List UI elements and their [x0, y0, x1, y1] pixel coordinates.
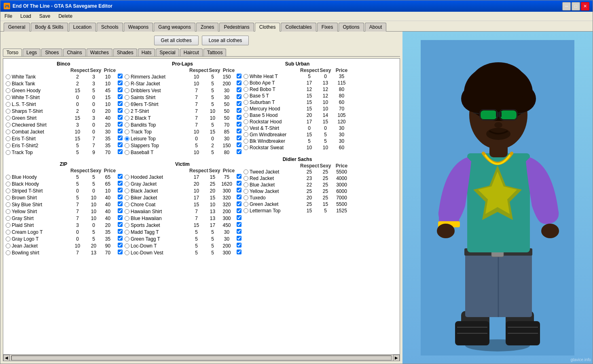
svg-rect-31 — [496, 112, 502, 117]
prolaps-col-headers: Respect Sexy Price — [124, 68, 241, 73]
binco-col-headers: Respect Sexy Price — [5, 68, 122, 73]
left-panel: Get all clothes Lose all clothes Torso L… — [0, 32, 402, 364]
tab-schools[interactable]: Schools — [97, 23, 123, 32]
list-item: Vest & T-Shirt0030 — [243, 125, 352, 131]
svg-point-37 — [486, 128, 510, 140]
list-item: Track Top5970 — [5, 149, 122, 156]
sub-tab-hats[interactable]: Hats — [138, 49, 155, 56]
list-item: L.S. T-Shirt0010 — [5, 101, 122, 108]
menu-load[interactable]: Load — [18, 13, 34, 20]
victim-header: Victim — [124, 161, 241, 168]
menu-save[interactable]: Save — [37, 13, 53, 20]
zip-col-headers: Respect Sexy Price — [5, 168, 122, 174]
scroll-left-arrow[interactable]: ◀ — [3, 355, 10, 361]
svg-rect-30 — [500, 110, 517, 119]
scroll-track-h[interactable] — [11, 356, 392, 360]
list-item: Black Tank2310 — [5, 80, 122, 87]
list-item: Loc-Down Vest55300 — [124, 249, 241, 256]
sub-tab-haircut[interactable]: Haircut — [180, 49, 203, 56]
tab-general[interactable]: General — [4, 23, 30, 32]
maximize-button[interactable]: □ — [572, 2, 580, 11]
list-item: Plaid Shirt3020 — [5, 222, 122, 229]
list-item: White Heat T5035 — [243, 73, 352, 80]
tab-body-skills[interactable]: Body & Skills — [31, 23, 68, 32]
title-bar: 🎮 End Of The Line - GTA SA Savegame Edit… — [0, 0, 593, 12]
clothes-scroll[interactable]: Binco Respect Sexy Price White Tank2310 … — [3, 59, 400, 354]
sub-tab-tattoos[interactable]: Tattoos — [203, 49, 227, 56]
tab-about[interactable]: About — [365, 23, 386, 32]
list-item: Red Jacket23254000 — [243, 175, 352, 182]
list-item: Rockstar Hood1715120 — [243, 119, 352, 125]
list-item: Letterman Top1551525 — [243, 207, 352, 214]
character-display: gtavice.info — [402, 32, 593, 364]
get-all-clothes-button[interactable]: Get all clothes — [154, 36, 199, 45]
sub-tab-chains[interactable]: Chains — [63, 49, 85, 56]
list-item: Gray Jacket20251620 — [124, 180, 241, 187]
surban-col-headers: Respect Sexy Price — [243, 68, 352, 73]
main-content: Get all clothes Lose all clothes Torso L… — [0, 32, 593, 364]
clothes-grid: Binco Respect Sexy Price White Tank2310 … — [3, 59, 400, 258]
binco-header: Binco — [5, 60, 122, 68]
scroll-right-arrow[interactable]: ▶ — [393, 355, 400, 361]
list-item: Baseball T10580 — [124, 149, 241, 156]
svg-point-26 — [470, 62, 527, 107]
tab-weapons[interactable]: Weapons — [124, 23, 153, 32]
tab-zones[interactable]: Zones — [196, 23, 218, 32]
list-item: Chore Coat1510320 — [124, 201, 241, 208]
list-item: Blue Hoody5565 — [5, 174, 122, 180]
list-item: Track Top101585 — [124, 128, 241, 135]
list-item: Slappers Top52150 — [124, 142, 241, 149]
sub-tab-shoes[interactable]: Shoes — [41, 49, 62, 56]
tab-options[interactable]: Options — [339, 23, 364, 32]
character-svg — [421, 40, 574, 356]
list-item: Red Bobo T121280 — [243, 86, 352, 93]
list-item: Green Jacket25155500 — [243, 201, 352, 207]
sub-tab-shades[interactable]: Shades — [113, 49, 137, 56]
list-item: Eris T-Shirt15735 — [5, 135, 122, 142]
sub-tab-torso[interactable]: Torso — [3, 49, 22, 56]
menu-delete[interactable]: Delete — [56, 13, 75, 20]
list-item: Grn Windbreaker15530 — [243, 131, 352, 138]
list-item: Sharps T-Shirt2020 — [5, 108, 122, 114]
menu-file[interactable]: File — [2, 13, 15, 20]
svg-rect-29 — [481, 110, 497, 119]
list-item: Sports Jacket1517450 — [124, 222, 241, 229]
didier-sachs-header: Didier Sachs — [243, 156, 352, 163]
tab-fixes[interactable]: Fixes — [317, 23, 338, 32]
list-item: Eris T-Shirt25735 — [5, 142, 122, 149]
window-controls: ─ □ ✕ — [562, 2, 589, 11]
zip-header: ZIP — [5, 161, 122, 168]
character-panel: gtavice.info — [402, 32, 593, 364]
prolaps-section: Pro-Laps Respect Sexy Price Rimmers Jack… — [124, 60, 241, 256]
tab-collectables[interactable]: Collectables — [281, 23, 316, 32]
window-title: End Of The Line - GTA SA Savegame Editor — [13, 3, 112, 9]
close-button[interactable]: ✕ — [581, 2, 589, 11]
horizontal-scrollbar[interactable]: ◀ ▶ — [3, 354, 400, 361]
sub-tabs: Torso Legs Shoes Chains Watches Shades H… — [3, 49, 400, 57]
action-bar: Get all clothes Lose all clothes — [3, 34, 400, 49]
list-item: Gray Shirt71040 — [5, 215, 122, 222]
list-item: Striped T-Shirt0010 — [5, 187, 122, 194]
tab-gang-weapons[interactable]: Gang weapons — [154, 23, 195, 32]
sub-tab-legs[interactable]: Legs — [23, 49, 40, 56]
list-item: Biker Jacket1715320 — [124, 194, 241, 201]
tab-pedestrians[interactable]: Pedestrians — [219, 23, 254, 32]
minimize-button[interactable]: ─ — [562, 2, 571, 11]
victim-col-headers: Respect Sexy Price — [124, 168, 241, 174]
list-item: Loc-Down T55200 — [124, 242, 241, 249]
svg-point-36 — [494, 122, 502, 128]
svg-point-19 — [437, 224, 455, 238]
main-tabs: General Body & Skills Location Schools W… — [0, 21, 593, 32]
tab-clothes[interactable]: Clothes — [255, 23, 280, 32]
tab-location[interactable]: Location — [69, 23, 96, 32]
list-item: Mercury Hood151070 — [243, 106, 352, 112]
list-item: Tuxedo20257000 — [243, 195, 352, 201]
sub-tab-special[interactable]: Special — [156, 49, 179, 56]
prolaps-header: Pro-Laps — [124, 60, 241, 68]
list-item: R-Star Jacket105200 — [124, 80, 241, 87]
sub-tab-watches[interactable]: Watches — [87, 49, 112, 56]
list-item: Combat Jacket10030 — [5, 128, 122, 135]
list-item: Cream Logo T0535 — [5, 229, 122, 235]
list-item: Yellow Shirt71040 — [5, 208, 122, 215]
lose-all-clothes-button[interactable]: Lose all clothes — [202, 36, 249, 45]
